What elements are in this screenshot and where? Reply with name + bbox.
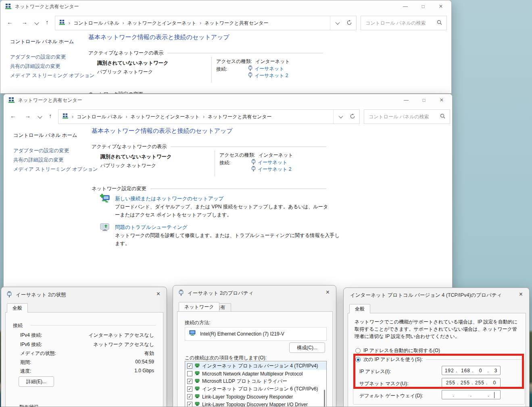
stat-label: IPv4 接続: <box>20 332 42 339</box>
link-label[interactable]: イーサネット <box>255 65 284 72</box>
close-icon[interactable]: × <box>326 289 330 296</box>
back-button[interactable]: ← <box>7 19 13 25</box>
maximize-button[interactable]: □ <box>414 0 432 13</box>
default-gateway-field[interactable]: . . . <box>442 390 501 399</box>
search-input[interactable]: コントロール パネルの検索 <box>364 109 450 124</box>
recent-pages-chevron-icon[interactable] <box>34 20 39 25</box>
close-button[interactable]: × <box>432 0 450 13</box>
link-troubleshoot-problems[interactable]: 問題のトラブルシューティング <box>115 224 188 231</box>
search-icon[interactable] <box>440 113 445 120</box>
list-item-tcpipv4[interactable]: ✓ インターネット プロトコル バージョン 4 (TCP/IPv4) <box>185 362 326 370</box>
access-type-label: アクセスの種類: <box>219 152 255 159</box>
sidebar-item-media-streaming[interactable]: メディア ストリーミング オプション <box>10 72 95 79</box>
address-dropdown-chevron-icon[interactable] <box>338 114 343 118</box>
up-button[interactable]: ↑ <box>49 112 52 119</box>
list-item-lltd-mapper[interactable]: ✓ Link-Layer Topology Discovery Mapper I… <box>185 401 326 407</box>
list-item-tcpipv6[interactable]: ✓ インターネット プロトコル バージョン 6 (TCP/IPv6) <box>185 385 326 393</box>
ethernet2-status-dialog: イーサネット 2の状態 × 全般 接続 IPv4 接続: インターネット アクセ… <box>1 287 167 407</box>
section-label: ネットワーク設定の変更 <box>88 91 143 94</box>
close-icon[interactable]: × <box>519 291 523 298</box>
radio-label[interactable]: IP アドレスを自動的に取得する(O) <box>363 347 440 354</box>
sidebar-item-change-adapter[interactable]: アダプターの設定の変更 <box>10 54 66 61</box>
radio-obtain-ip-automatically[interactable]: IP アドレスを自動的に取得する(O) <box>355 347 440 354</box>
checkbox[interactable]: ✓ <box>187 394 192 399</box>
link-label[interactable]: イーサネット <box>258 159 287 166</box>
sidebar-item-change-adapter[interactable]: アダプターの設定の変更 <box>13 147 69 154</box>
search-input[interactable]: コントロール パネルの検索 <box>361 16 447 30</box>
list-item-multiplexor[interactable]: Microsoft Network Adapter Multiplexor Pr… <box>185 370 326 378</box>
close-icon[interactable]: × <box>156 290 160 298</box>
breadcrumb-network-internet[interactable]: ネットワークとインターネット <box>131 113 200 120</box>
link-label[interactable]: イーサネット 2 <box>255 72 288 79</box>
search-placeholder: コントロール パネルの検索 <box>369 113 429 120</box>
minimize-button[interactable]: — <box>396 0 414 13</box>
checkbox[interactable] <box>187 371 192 376</box>
list-item-label[interactable]: インターネット プロトコル バージョン 4 (TCP/IPv4) <box>202 363 318 369</box>
link-ethernet-2[interactable]: イーサネット 2 <box>248 72 288 79</box>
back-button[interactable]: ← <box>10 112 16 119</box>
ethernet-plug-icon <box>179 289 184 298</box>
sidebar-item-advanced-sharing[interactable]: 共有の詳細設定の変更 <box>13 157 64 164</box>
list-item-label[interactable]: Microsoft LLDP プロトコル ドライバー <box>202 378 287 385</box>
scrollbar-thumb[interactable] <box>324 390 325 407</box>
radio-selected-icon[interactable] <box>355 357 361 362</box>
radio-use-following-ip[interactable]: 次の IP アドレスを使う(S): <box>355 356 426 363</box>
list-item-label[interactable]: Microsoft Network Adapter Multiplexor Pr… <box>202 371 303 377</box>
adapter-field[interactable]: Intel(R) Ethernet Connection (7) I219-V <box>185 327 327 341</box>
link-label[interactable]: イーサネット 2 <box>258 166 291 173</box>
forward-button[interactable]: → <box>21 19 27 25</box>
access-type-value: インターネット <box>259 152 293 159</box>
configure-button[interactable]: 構成(C)... <box>289 342 325 353</box>
address-bar[interactable]: › コントロール パネル › ネットワークとインターネット › ネットワークと共… <box>55 16 357 30</box>
list-item-label[interactable]: Link-Layer Topology Discovery Responder <box>202 394 293 400</box>
breadcrumb-network-sharing-center[interactable]: ネットワークと共有センター <box>204 20 269 27</box>
forward-button[interactable]: → <box>25 112 31 119</box>
maximize-button[interactable]: □ <box>415 94 433 106</box>
radio-label[interactable]: 次の IP アドレスを使う(S): <box>363 356 423 363</box>
minimize-button[interactable]: — <box>397 94 415 106</box>
sidebar-item-home[interactable]: コントロール パネル ホーム <box>13 132 77 139</box>
active-networks-section: アクティブなネットワークの表示 <box>88 50 323 57</box>
radio-icon[interactable] <box>355 348 361 353</box>
sidebar-item-media-streaming[interactable]: メディア ストリーミング オプション <box>13 166 98 173</box>
title-bar[interactable]: ネットワークと共有センター — □ × <box>4 94 452 106</box>
list-item-lldp[interactable]: ✓ Microsoft LLDP プロトコル ドライバー <box>185 378 326 385</box>
breadcrumb-network-sharing-center[interactable]: ネットワークと共有センター <box>208 113 272 120</box>
sidebar-item-advanced-sharing[interactable]: 共有の詳細設定の変更 <box>10 63 61 70</box>
search-icon[interactable] <box>437 20 442 26</box>
connections-label: 接続: <box>216 66 227 73</box>
tab-general[interactable]: 全般 <box>349 304 370 313</box>
link-ethernet-2[interactable]: イーサネット 2 <box>251 166 291 173</box>
close-button[interactable]: × <box>433 94 451 106</box>
up-button[interactable]: ↑ <box>46 19 49 25</box>
link-ethernet[interactable]: イーサネット <box>251 159 287 166</box>
address-bar[interactable]: › コントロール パネル › ネットワークとインターネット › ネットワークと共… <box>58 109 360 124</box>
tab-networking[interactable]: ネットワーク <box>179 302 219 311</box>
ethernet2-properties-dialog: イーサネット 2のプロパティ × ネットワーク 共有 接続の方法: Intel(… <box>173 285 336 407</box>
list-item-label[interactable]: Link-Layer Topology Discovery Mapper I/O… <box>202 402 308 407</box>
link-ethernet[interactable]: イーサネット <box>248 65 284 72</box>
checkbox[interactable]: ✓ <box>187 402 192 407</box>
checkbox[interactable]: ✓ <box>187 379 192 384</box>
breadcrumb-control-panel[interactable]: コントロール パネル <box>77 113 123 120</box>
list-item-label[interactable]: インターネット プロトコル バージョン 6 (TCP/IPv6) <box>202 386 318 392</box>
address-dropdown-chevron-icon[interactable] <box>335 20 340 25</box>
sidebar-item-home[interactable]: コントロール パネル ホーム <box>10 38 74 45</box>
protocol-list[interactable]: ✓ インターネット プロトコル バージョン 4 (TCP/IPv4) Micro… <box>185 361 327 407</box>
ip-address-field[interactable]: 192 . 168 . 0 . 3 <box>442 366 501 375</box>
breadcrumb-network-internet[interactable]: ネットワークとインターネット <box>127 20 196 27</box>
checkbox[interactable]: ✓ <box>187 386 192 392</box>
active-networks-section: アクティブなネットワークの表示 <box>92 143 326 150</box>
details-button[interactable]: 詳細(E)... <box>19 376 54 387</box>
checkbox[interactable]: ✓ <box>187 363 192 369</box>
breadcrumb-control-panel[interactable]: コントロール パネル <box>73 20 119 27</box>
link-setup-new-connection[interactable]: 新しい接続またはネットワークのセットアップ <box>115 195 224 202</box>
default-gateway-label: デフォルト ゲートウェイ(D): <box>359 392 423 399</box>
refresh-icon[interactable] <box>350 113 355 120</box>
subnet-mask-field[interactable]: 255 . 255 . 255 . 0 <box>442 378 501 387</box>
title-bar[interactable]: ネットワークと共有センター — □ × <box>0 0 451 13</box>
recent-pages-chevron-icon[interactable] <box>38 114 42 118</box>
tab-general[interactable]: 全般 <box>7 303 28 313</box>
list-item-lltd-responder[interactable]: ✓ Link-Layer Topology Discovery Responde… <box>185 393 326 401</box>
refresh-icon[interactable] <box>346 20 352 27</box>
